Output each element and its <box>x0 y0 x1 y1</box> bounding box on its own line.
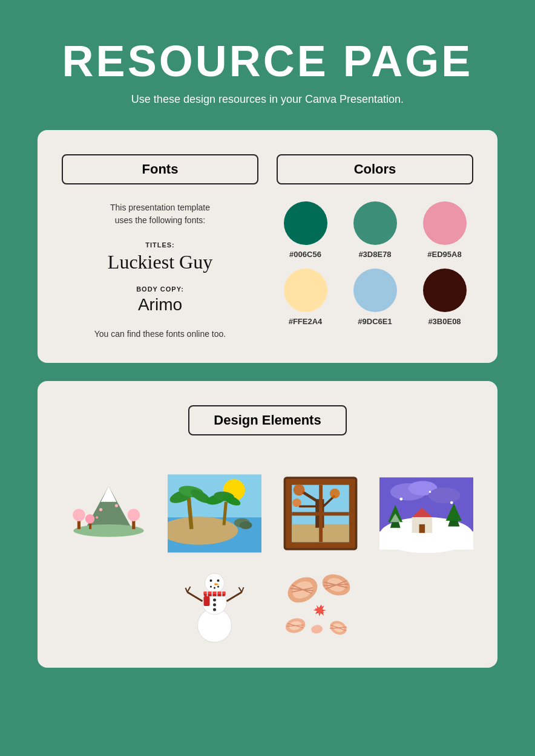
svg-point-6 <box>128 509 140 521</box>
svg-rect-71 <box>204 596 210 606</box>
elements-grid-row2 <box>62 565 473 644</box>
color-circle-2 <box>353 201 397 245</box>
color-circle-4 <box>284 269 327 312</box>
winter-scene-svg <box>379 474 473 553</box>
fonts-footer: You can find these fonts online too. <box>62 329 258 339</box>
cherry-blossom-illustration <box>62 474 156 553</box>
color-circle-1 <box>284 201 327 245</box>
empty-element-2 <box>379 565 473 644</box>
colors-column: Colors #006C56 #3D8E78 #ED95A8 <box>277 154 473 339</box>
design-elements-label: Design Elements <box>188 405 346 435</box>
fonts-description: This presentation template uses the foll… <box>62 201 258 227</box>
titles-font-name: Luckiest Guy <box>62 251 258 273</box>
color-hex-6: #3B0E08 <box>428 317 461 326</box>
svg-line-77 <box>239 587 242 592</box>
svg-marker-1 <box>101 486 117 502</box>
fonts-colors-card: Fonts This presentation template uses th… <box>38 130 497 363</box>
svg-point-10 <box>115 504 118 507</box>
svg-point-42 <box>428 487 460 503</box>
svg-point-79 <box>213 604 216 607</box>
window-frame-illustration <box>274 474 367 553</box>
svg-line-72 <box>188 592 203 601</box>
color-hex-4: #FFE2A4 <box>289 317 323 326</box>
svg-line-74 <box>188 587 191 592</box>
svg-point-11 <box>96 516 98 519</box>
seashells-svg <box>274 565 367 644</box>
svg-point-25 <box>240 521 252 529</box>
elements-grid-row1 <box>62 474 473 553</box>
svg-point-59 <box>210 579 212 582</box>
seashells-illustration <box>274 565 367 644</box>
page-subtitle: Use these design resources in your Canva… <box>62 93 473 106</box>
body-font-name: Arimo <box>62 295 258 314</box>
design-elements-card: Design Elements <box>38 381 497 668</box>
snowman-illustration <box>168 565 261 644</box>
svg-marker-92 <box>312 602 328 618</box>
color-item-4: #FFE2A4 <box>284 269 327 326</box>
color-item-5: #9DC6E1 <box>353 269 397 326</box>
svg-point-78 <box>213 599 216 602</box>
fonts-section-label: Fonts <box>62 154 258 184</box>
color-circle-5 <box>353 269 397 312</box>
tropical-beach-illustration <box>168 474 261 553</box>
color-hex-1: #006C56 <box>289 250 321 259</box>
colors-grid: #006C56 #3D8E78 #ED95A8 #FFE2A4 #9D <box>277 201 473 326</box>
svg-point-9 <box>99 508 102 511</box>
empty-element-1 <box>62 565 156 644</box>
svg-point-80 <box>213 608 216 611</box>
svg-point-53 <box>399 498 402 501</box>
color-hex-5: #9DC6E1 <box>358 317 392 326</box>
svg-point-101 <box>310 624 323 634</box>
svg-line-76 <box>242 587 244 592</box>
svg-point-60 <box>217 579 220 582</box>
tropical-beach-svg <box>168 474 261 553</box>
page-title: RESOURCE PAGE <box>62 36 473 86</box>
svg-point-54 <box>429 490 432 493</box>
svg-point-63 <box>214 587 215 589</box>
body-label: BODY COPY: <box>62 285 258 293</box>
svg-point-33 <box>294 484 305 496</box>
color-circle-3 <box>423 201 467 245</box>
color-item-6: #3B0E08 <box>423 269 467 326</box>
svg-point-4 <box>73 509 85 521</box>
snowman-svg <box>168 565 261 644</box>
svg-rect-44 <box>379 532 473 550</box>
page-header: RESOURCE PAGE Use these design resources… <box>62 36 473 106</box>
svg-point-34 <box>330 489 340 499</box>
color-hex-3: #ED95A8 <box>427 250 461 259</box>
svg-point-35 <box>292 498 301 507</box>
winter-scene-illustration <box>379 474 473 553</box>
svg-rect-47 <box>419 524 425 533</box>
svg-point-8 <box>85 514 95 524</box>
svg-line-75 <box>227 592 242 601</box>
color-item-3: #ED95A8 <box>423 201 467 259</box>
svg-point-62 <box>210 586 212 588</box>
design-elements-header: Design Elements <box>62 405 473 452</box>
window-frame-svg <box>274 474 367 553</box>
fonts-column: Fonts This presentation template uses th… <box>62 154 258 339</box>
cherry-blossom-svg <box>62 474 156 553</box>
colors-section-label: Colors <box>277 154 473 184</box>
color-item-1: #006C56 <box>284 201 327 259</box>
svg-point-64 <box>217 586 219 588</box>
titles-label: TITLES: <box>62 241 258 249</box>
svg-point-55 <box>450 501 453 504</box>
color-item-2: #3D8E78 <box>353 201 397 259</box>
color-circle-6 <box>423 269 467 312</box>
color-hex-2: #3D8E78 <box>358 250 391 259</box>
svg-rect-37 <box>319 485 323 543</box>
